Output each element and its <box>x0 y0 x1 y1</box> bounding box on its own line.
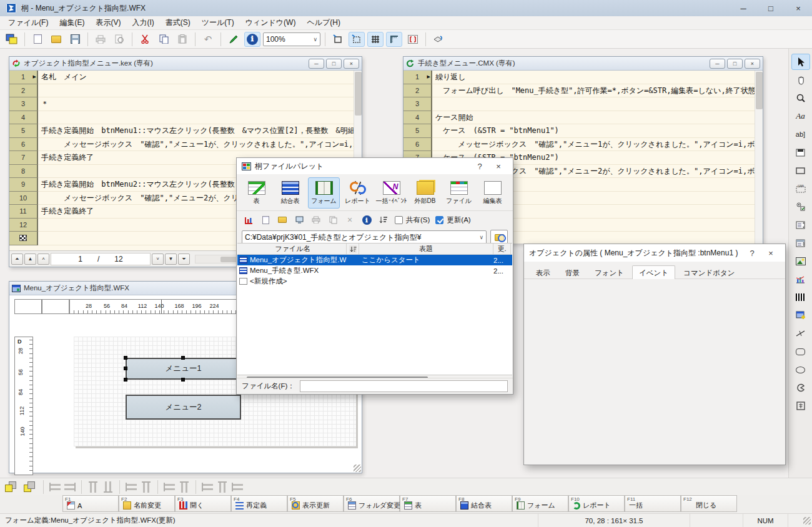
minimize-button[interactable]: ─ <box>309 59 324 69</box>
properties-tab[interactable]: 背景 <box>558 265 587 278</box>
file-list-row[interactable]: Menu_手続き型.WFX 2... <box>237 265 512 276</box>
paste-icon[interactable] <box>174 32 191 47</box>
stamp-frame-tool-icon[interactable] <box>791 144 810 160</box>
picture-tool-icon[interactable] <box>791 253 810 269</box>
row-up-button[interactable]: ˄ <box>37 254 49 265</box>
menu-item[interactable]: 入力(I) <box>126 16 159 29</box>
zoom-select[interactable]: 100%∨ <box>263 32 320 46</box>
properties-titlebar[interactable]: オブジェクトの属性 ( Menu_オブジェクト指向型 :btnMenu1 ) ?… <box>524 244 785 262</box>
menu-item[interactable]: ウィンドウ(W) <box>240 16 302 29</box>
arc-tool-icon[interactable] <box>791 380 810 396</box>
help-button[interactable]: ? <box>470 159 489 173</box>
undo-icon[interactable]: ↶ <box>200 32 216 47</box>
snap-object-icon[interactable] <box>330 32 346 47</box>
rectangle-tool-icon[interactable] <box>791 162 810 179</box>
code-row[interactable]: 4▶ <box>9 111 362 125</box>
close-button[interactable]: × <box>745 59 760 69</box>
redefine-icon[interactable] <box>243 215 254 225</box>
menu-item[interactable]: 編集(E) <box>54 16 90 29</box>
maximize-button[interactable]: □ <box>757 0 785 16</box>
properties-tab[interactable]: フォント <box>588 265 631 278</box>
open-file-icon[interactable] <box>277 215 288 225</box>
function-key-button[interactable]: F6 フォルダ変更 <box>344 495 400 512</box>
code-row[interactable]: 3▶ ＊ <box>9 97 362 111</box>
titlebar[interactable]: 桐 - Menu_オブジェクト指向型.WFX ─ □ × <box>0 0 812 16</box>
resize-grip[interactable] <box>354 465 361 472</box>
form-button-menu1[interactable]: メニュー1 <box>126 358 241 380</box>
help-button[interactable]: ? <box>743 246 761 260</box>
minimize-button[interactable]: ─ <box>730 0 757 16</box>
same-size-icon[interactable] <box>232 483 243 491</box>
column-header-name[interactable]: ファイル名 <box>237 244 347 254</box>
close-button[interactable]: × <box>489 159 508 173</box>
file-palette-titlebar[interactable]: 桐ファイルパレット ? × <box>237 158 513 174</box>
code-row[interactable]: 5▶ 手続き定義開始 btnMenu1::マウス左クリック(長整数 &マウス位置… <box>9 124 362 138</box>
align-bottom-icon[interactable] <box>104 481 112 493</box>
rounded-rect-tool-icon[interactable] <box>791 343 810 360</box>
info-mode-icon[interactable]: ℹ <box>244 32 260 47</box>
filename-input[interactable] <box>300 380 508 392</box>
menu-item[interactable]: 書式(S) <box>160 16 196 29</box>
copy-icon[interactable] <box>156 32 172 47</box>
function-key-button[interactable]: F2 名前変更 <box>119 495 175 512</box>
space-across-icon[interactable] <box>164 483 175 491</box>
palette-tab[interactable]: ファイル <box>443 177 475 209</box>
palette-tab[interactable]: フォーム <box>308 177 340 209</box>
edit-pencil-icon[interactable] <box>225 32 242 47</box>
menu-item[interactable]: ファイル(F) <box>2 16 54 29</box>
same-width-icon[interactable] <box>202 483 213 491</box>
text-label-tool-icon[interactable]: Aa <box>791 108 810 124</box>
print-preview-icon[interactable] <box>111 32 127 47</box>
zoom-tool-icon[interactable] <box>791 90 810 106</box>
minimize-button[interactable]: ─ <box>710 59 725 69</box>
palette-tab[interactable]: 一括･ｲﾍﾞﾝﾄ <box>375 177 407 209</box>
new-file-icon[interactable] <box>29 32 46 47</box>
pan-hand-icon[interactable] <box>791 72 810 88</box>
selection-handle[interactable] <box>181 356 185 360</box>
barcode-tool-icon[interactable] <box>791 289 810 305</box>
sort-icon[interactable] <box>378 215 389 225</box>
align-top-icon[interactable] <box>89 481 97 493</box>
column-header-caption[interactable]: 表題 <box>359 244 493 254</box>
center-horizontal-icon[interactable] <box>142 481 151 493</box>
layers-icon[interactable] <box>430 32 447 47</box>
properties-tab[interactable]: イベント <box>632 265 675 279</box>
update-checkbox-box[interactable] <box>435 216 443 224</box>
open-file-icon[interactable] <box>48 32 64 47</box>
group-frame-tool-icon[interactable]: GRP <box>791 180 810 197</box>
share-checkbox[interactable]: 共有(S) <box>395 215 430 225</box>
update-checkbox[interactable]: 更新(A) <box>435 215 470 225</box>
properties-tab[interactable]: 表示 <box>529 265 557 278</box>
function-key-button[interactable]: F11 一括 <box>625 495 681 512</box>
info-icon[interactable]: ℹ <box>361 215 372 225</box>
align-right-icon[interactable] <box>64 483 76 491</box>
palette-tab[interactable]: 外部DB <box>409 177 441 209</box>
new-file-icon[interactable] <box>260 215 271 225</box>
selection-handle[interactable] <box>124 367 127 370</box>
column-header-updated[interactable]: 更. <box>493 244 511 254</box>
cut-icon[interactable] <box>137 32 153 47</box>
grid-icon[interactable] <box>367 32 384 47</box>
jump-bottom-button[interactable]: ⏷ <box>178 254 190 265</box>
vertical-scrollbar[interactable] <box>755 71 763 244</box>
palette-tab[interactable]: 表 <box>240 177 272 209</box>
edit-list-tool-icon[interactable] <box>791 235 810 251</box>
form-button-menu2[interactable]: メニュー2 <box>126 395 241 420</box>
jump-top-button[interactable]: ⏶ <box>11 254 23 265</box>
ellipse-tool-icon[interactable] <box>791 362 810 378</box>
option-control-tool-icon[interactable] <box>791 199 810 215</box>
print-icon[interactable] <box>310 215 322 225</box>
selection-handle[interactable] <box>181 378 185 382</box>
function-key-button[interactable]: F4 再定義 <box>231 495 287 512</box>
code-row[interactable]: 2▶ フォーム呼び出し "Menu_手続き型",許可作業=*,ボタン=&STR,… <box>404 84 763 98</box>
snap-grid-icon[interactable] <box>349 32 365 47</box>
text-input-tool-icon[interactable]: ab] <box>791 126 810 142</box>
edit-combo-tool-icon[interactable] <box>791 217 810 233</box>
function-key-button[interactable]: F12 閉じる <box>681 495 737 512</box>
code-row[interactable]: 3▶ <box>404 97 763 111</box>
sort-indicator-icon[interactable] <box>347 244 359 254</box>
ruler-icon[interactable] <box>386 32 402 47</box>
maximize-button[interactable]: □ <box>727 59 743 69</box>
function-key-button[interactable]: F3 開く <box>175 495 231 512</box>
copy-icon[interactable] <box>327 215 339 225</box>
